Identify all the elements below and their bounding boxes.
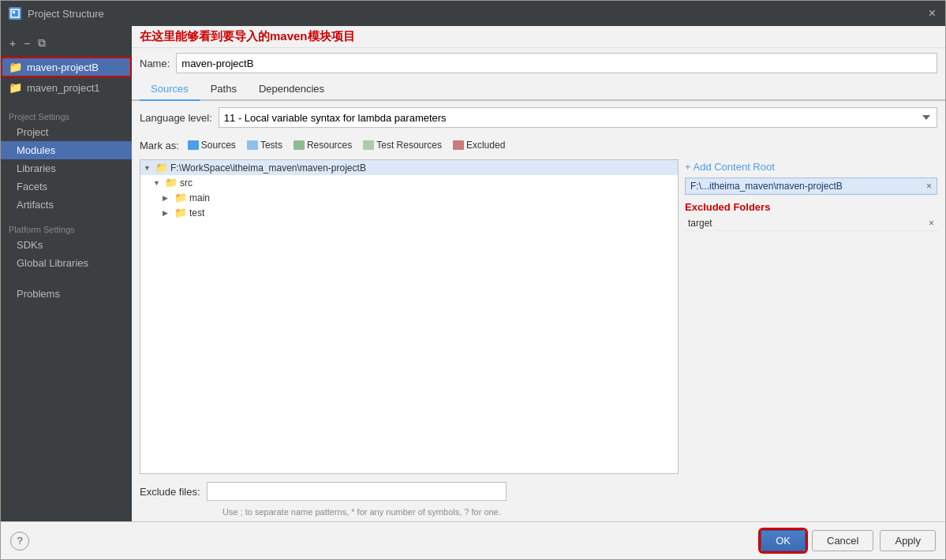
sidebar-item-label: Libraries: [17, 162, 56, 174]
excluded-folders-title: Excluded Folders: [685, 201, 937, 213]
add-content-root-button[interactable]: + Add Content Root: [685, 159, 937, 174]
bottom-bar: ? OK Cancel Apply: [1, 521, 945, 559]
close-button[interactable]: ×: [927, 6, 937, 21]
annotation-bar: 在这里能够看到要导入的maven模块项目: [132, 26, 945, 48]
sidebar-item-facets[interactable]: Facets: [1, 177, 132, 196]
title-bar: Project Structure ×: [1, 1, 945, 26]
split-content: ▼ 📁 F:\WorkSpace\itheima_maven\maven-pro…: [132, 156, 945, 477]
name-input[interactable]: [176, 53, 937, 73]
sidebar-item-label: Project: [17, 126, 48, 138]
folder-icon: 📁: [9, 81, 22, 94]
project-settings-header: Project Settings: [1, 107, 132, 123]
sidebar: + − ⧉ 📁 maven-projectB 📁 maven_project1 …: [1, 26, 132, 521]
app-icon: [9, 7, 21, 20]
sidebar-item-modules[interactable]: Modules: [1, 141, 132, 159]
ok-button[interactable]: OK: [761, 530, 806, 551]
exclude-files-row: Exclude files:: [132, 477, 945, 506]
project-structure-dialog: Project Structure × + − ⧉ 📁 maven-projec…: [0, 0, 946, 560]
resources-tag-label: Resources: [307, 140, 352, 151]
tab-paths[interactable]: Paths: [200, 78, 248, 101]
excluded-tag-label: Excluded: [466, 140, 505, 151]
tests-tag-label: Tests: [260, 140, 282, 151]
resources-tag-icon: [294, 140, 305, 150]
folder-icon: 📁: [9, 61, 22, 73]
excluded-target-item: target ×: [685, 216, 937, 231]
lang-level-label: Language level:: [140, 112, 212, 124]
chevron-right-icon: ▶: [163, 209, 172, 217]
annotation-text: 在这里能够看到要导入的maven模块项目: [140, 29, 355, 43]
test-resources-tag-label: Test Resources: [376, 140, 442, 151]
main-folder-icon: 📁: [174, 192, 187, 203]
test-resources-tag-icon: [363, 140, 374, 150]
svg-rect-1: [13, 11, 15, 13]
tree-test-item[interactable]: ▶ 📁 test: [159, 205, 678, 220]
cancel-button[interactable]: Cancel: [812, 530, 873, 551]
mark-resources-tag[interactable]: Resources: [291, 139, 354, 151]
tree-main-item[interactable]: ▶ 📁 main: [159, 190, 678, 205]
exclude-hint: Use ; to separate name patterns, * for a…: [132, 506, 945, 521]
excluded-folders-section: Excluded Folders target ×: [685, 201, 937, 231]
title-bar-left: Project Structure: [9, 7, 104, 20]
add-module-button[interactable]: +: [7, 36, 18, 50]
module-name: maven-projectB: [27, 62, 99, 73]
excluded-item-name: target: [688, 218, 712, 229]
bottom-right-buttons: OK Cancel Apply: [761, 530, 936, 551]
right-panel: + Add Content Root F:\...itheima_maven\m…: [685, 159, 937, 474]
tab-dependencies[interactable]: Dependencies: [248, 78, 335, 101]
mark-tests-tag[interactable]: Tests: [245, 139, 285, 151]
chevron-down-icon: ▼: [153, 179, 163, 187]
exclude-files-label: Exclude files:: [140, 486, 200, 498]
mark-excluded-tag[interactable]: Excluded: [451, 139, 507, 151]
sidebar-item-label: SDKs: [17, 239, 43, 251]
mark-as-row: Mark as: Sources Tests Resources Test Re…: [132, 134, 945, 156]
dialog-title: Project Structure: [28, 8, 104, 20]
sidebar-item-label: Facets: [17, 181, 47, 192]
sidebar-item-sdks[interactable]: SDKs: [1, 236, 132, 254]
sources-tag-label: Sources: [201, 140, 236, 151]
sidebar-item-artifacts[interactable]: Artifacts: [1, 196, 132, 214]
sidebar-item-label: Problems: [17, 288, 60, 300]
platform-settings-header: Platform Settings: [1, 220, 132, 236]
tree-src-item[interactable]: ▼ 📁 src: [150, 175, 678, 190]
module-toolbar: + − ⧉: [1, 32, 132, 54]
sidebar-item-global-libraries[interactable]: Global Libraries: [1, 254, 132, 272]
tests-tag-icon: [247, 140, 258, 150]
sidebar-item-label: Modules: [17, 144, 55, 156]
root-folder-icon: 📁: [155, 162, 168, 174]
tree-root-path: F:\WorkSpace\itheima_maven\maven-project…: [170, 162, 366, 174]
src-folder-icon: 📁: [165, 177, 178, 189]
sidebar-item-project[interactable]: Project: [1, 123, 132, 141]
file-tree-panel: ▼ 📁 F:\WorkSpace\itheima_maven\maven-pro…: [140, 159, 679, 474]
chevron-down-icon: ▼: [144, 164, 153, 172]
mark-as-label: Mark as:: [140, 140, 179, 151]
help-button[interactable]: ?: [10, 532, 29, 551]
tree-src-name: src: [180, 177, 193, 189]
module-maven-project1[interactable]: 📁 maven_project1: [1, 77, 132, 98]
name-label: Name:: [140, 58, 170, 69]
sidebar-item-label: Global Libraries: [17, 257, 88, 269]
apply-button[interactable]: Apply: [880, 530, 936, 551]
chevron-right-icon: ▶: [163, 194, 172, 202]
sidebar-item-libraries[interactable]: Libraries: [1, 159, 132, 177]
excluded-item-close-button[interactable]: ×: [929, 218, 934, 229]
mark-test-resources-tag[interactable]: Test Resources: [361, 139, 444, 151]
content-root-close-button[interactable]: ×: [926, 181, 932, 192]
sidebar-item-problems[interactable]: Problems: [1, 285, 132, 303]
sources-tag-icon: [188, 140, 199, 150]
excluded-tag-icon: [453, 140, 464, 150]
name-row: Name:: [132, 48, 945, 78]
module-maven-projectb[interactable]: 📁 maven-projectB: [1, 57, 132, 77]
lang-level-select[interactable]: 11 - Local variable syntax for lambda pa…: [219, 107, 937, 128]
tree-root-item[interactable]: ▼ 📁 F:\WorkSpace\itheima_maven\maven-pro…: [140, 160, 678, 175]
sidebar-item-label: Artifacts: [17, 199, 54, 211]
module-name: maven_project1: [27, 82, 100, 94]
remove-module-button[interactable]: −: [21, 36, 32, 50]
main-content: 在这里能够看到要导入的maven模块项目 Name: Sources Paths…: [132, 26, 945, 521]
exclude-files-input[interactable]: [207, 482, 507, 501]
tabs-bar: Sources Paths Dependencies: [132, 78, 945, 101]
tree-test-name: test: [189, 207, 204, 218]
mark-sources-tag[interactable]: Sources: [185, 139, 238, 151]
test-folder-icon: 📁: [174, 207, 187, 218]
copy-module-button[interactable]: ⧉: [36, 35, 48, 50]
tab-sources[interactable]: Sources: [140, 78, 200, 101]
